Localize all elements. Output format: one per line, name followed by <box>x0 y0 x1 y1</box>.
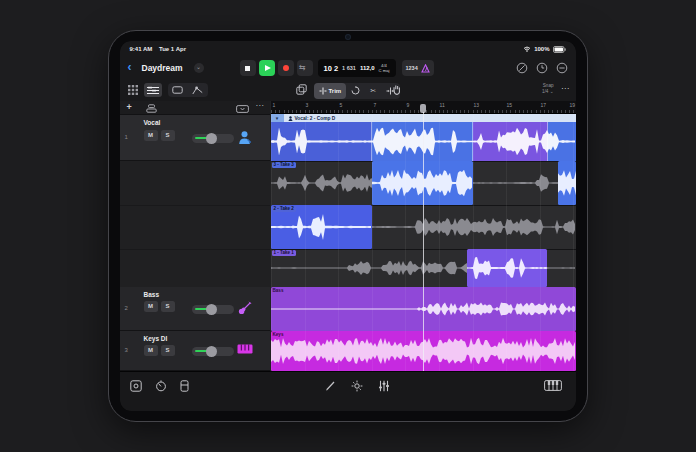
ruler-bar-number: 17 <box>541 102 547 108</box>
tuner-icon[interactable] <box>516 62 528 74</box>
duplicate-icon[interactable] <box>296 84 307 95</box>
mute-button[interactable]: M <box>144 345 158 356</box>
bass-guitar-icon <box>238 301 252 315</box>
browser-grid-icon[interactable] <box>128 85 138 95</box>
track-number: 2 <box>125 305 128 311</box>
volume-slider[interactable] <box>192 134 234 143</box>
vocal-mini-icon <box>288 116 293 121</box>
ruler-bar-number: 3 <box>306 102 309 108</box>
track-header-vocal[interactable]: 1 Vocal M S <box>120 115 270 161</box>
take-lane-label: 3 - Take 3 <box>272 162 296 168</box>
tracks-view-icon <box>147 86 159 95</box>
fader-icon[interactable] <box>180 380 189 392</box>
slider-knob[interactable] <box>206 346 217 357</box>
ipad-device-frame: 9:41 AM Tue 1 Apr 100% ‹ Daydream ⌄ <box>108 30 588 422</box>
waveform <box>558 161 576 205</box>
take-lane-label: 2 - Take 2 <box>272 206 296 212</box>
take-3-region-tail[interactable] <box>558 161 576 205</box>
add-track-button[interactable]: + <box>127 102 132 112</box>
track-name[interactable]: Bass <box>144 291 160 298</box>
track-header-more-icon[interactable]: ⋯ <box>256 101 264 110</box>
split-tool-button[interactable]: ✂ <box>365 83 381 99</box>
ruler-bar-number: 19 <box>570 102 576 108</box>
solo-button[interactable]: S <box>161 130 175 141</box>
track-header-toolbar: + ⋯ <box>120 101 270 115</box>
region-label: Keys <box>273 332 284 337</box>
take-folder-disclosure-icon[interactable]: ▾ <box>271 114 284 122</box>
trim-icon <box>319 87 327 95</box>
edit-tools-group <box>168 83 208 97</box>
collapse-track-headers-icon[interactable] <box>236 105 249 113</box>
back-chevron-icon[interactable]: ‹ <box>128 60 132 74</box>
track-name[interactable]: Vocal <box>144 119 161 126</box>
tool-row: Trim ✂ <box>120 81 576 101</box>
ruler-bar-number: 9 <box>407 102 410 108</box>
clock-date: Tue 1 Apr <box>159 46 186 52</box>
marquee-tool-icon[interactable] <box>172 86 183 94</box>
count-in-button[interactable]: 1234 <box>406 65 418 71</box>
lcd-display[interactable]: 10 2 1 631 112,0 4/4 C maj <box>318 59 396 77</box>
loop-icon <box>351 86 360 95</box>
ruler-bar-number: 1 <box>273 102 276 108</box>
arrangement-area: 1 3 5 7 9 11 13 15 17 19 ▾ <box>271 101 576 371</box>
tool-row-more-icon[interactable]: ⋯ <box>561 84 570 93</box>
plugins-knob-icon[interactable] <box>155 380 167 392</box>
volume-slider[interactable] <box>192 305 234 314</box>
trim-tool-button[interactable]: Trim <box>314 83 347 99</box>
lcd-key: C maj <box>379 68 390 73</box>
track-stack-icon[interactable] <box>146 104 157 113</box>
record-button[interactable] <box>278 60 294 76</box>
volume-slider[interactable] <box>192 347 234 356</box>
front-camera <box>346 35 350 39</box>
ruler-bar-number: 15 <box>507 102 513 108</box>
automation-tool-icon[interactable] <box>192 86 203 95</box>
keyboard-instrument-icon <box>237 344 253 354</box>
edit-mode-segmented-control: Trim ✂ <box>314 83 401 99</box>
edit-pencil-icon[interactable] <box>325 380 336 391</box>
transport-controls: ⇆ <box>240 60 313 76</box>
piano-keyboard-icon[interactable] <box>544 380 562 391</box>
slider-knob[interactable] <box>206 304 217 315</box>
tracks-view-button[interactable] <box>144 83 162 97</box>
toolbar-right-buttons <box>516 62 568 74</box>
count-in-group: 1234 <box>402 60 434 76</box>
take-1-region[interactable] <box>467 249 547 287</box>
track-number: 3 <box>125 347 128 353</box>
play-icon <box>265 65 271 71</box>
clock-icon[interactable] <box>536 62 548 74</box>
loop-tool-button[interactable] <box>346 83 365 99</box>
browsers-icon[interactable] <box>130 380 142 392</box>
lcd-position: 10 2 <box>324 64 339 73</box>
clock-time: 9:41 AM <box>130 46 153 52</box>
solo-button[interactable]: S <box>161 345 175 356</box>
metronome-icon[interactable] <box>421 64 430 73</box>
stop-button[interactable] <box>240 60 256 76</box>
ipad-screen: 9:41 AM Tue 1 Apr 100% ‹ Daydream ⌄ <box>120 41 576 411</box>
solo-button[interactable]: S <box>161 301 175 312</box>
track-header-keys-di[interactable]: 3 Keys DI M S <box>120 331 270 371</box>
hand-tool-icon[interactable] <box>392 84 402 95</box>
settings-dial-icon[interactable] <box>351 380 363 392</box>
ruler-bar-number: 13 <box>474 102 480 108</box>
ruler-bar-number: 7 <box>374 102 377 108</box>
mute-button[interactable]: M <box>144 130 158 141</box>
play-button[interactable] <box>259 60 275 76</box>
ruler-bar-number: 5 <box>340 102 343 108</box>
track-number: 1 <box>125 134 128 140</box>
more-icon[interactable] <box>556 62 568 74</box>
cycle-icon: ⇆ <box>299 64 306 72</box>
snap-value: 1/4 <box>542 89 548 94</box>
snap-setting[interactable]: Snap 1/4 ⌄ <box>542 83 554 95</box>
track-name[interactable]: Keys DI <box>144 335 168 342</box>
desktop-background: 9:41 AM Tue 1 Apr 100% ‹ Daydream ⌄ <box>0 0 696 452</box>
track-header-column: + ⋯ 1 Vocal M S <box>120 101 270 371</box>
mute-button[interactable]: M <box>144 301 158 312</box>
cycle-button[interactable]: ⇆ <box>297 60 313 76</box>
lane-divider <box>120 249 270 250</box>
slider-knob[interactable] <box>206 133 217 144</box>
project-menu-icon[interactable]: ⌄ <box>194 63 204 73</box>
mixer-faders-icon[interactable] <box>378 380 390 392</box>
record-icon <box>283 65 289 71</box>
track-header-bass[interactable]: 2 Bass M S <box>120 287 270 331</box>
project-title[interactable]: Daydream <box>142 63 183 73</box>
